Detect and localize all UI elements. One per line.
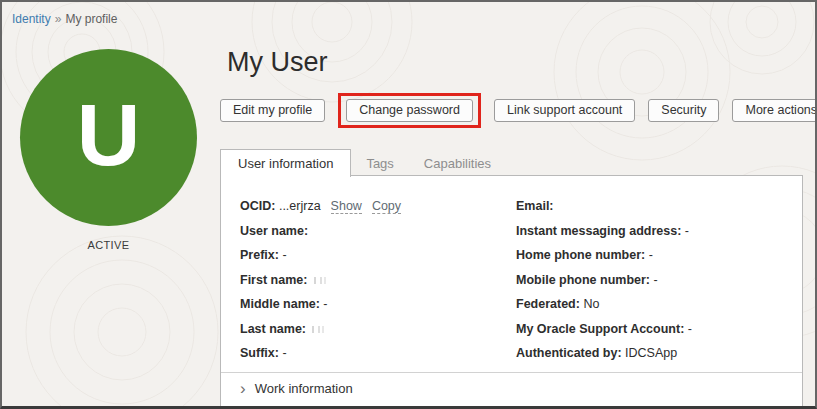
field-label: Home phone number: [516, 248, 645, 262]
avatar-initial: U [77, 91, 141, 185]
tab-capabilities[interactable]: Capabilities [409, 151, 506, 177]
breadcrumb-current-my-profile: My profile [65, 12, 117, 26]
fields-left-column: OCID: ...erjrzaShowCopyUser name: Prefix… [240, 199, 516, 360]
redacted-value [312, 326, 325, 333]
breadcrumb-separator: » [55, 12, 62, 26]
work-information-toggle[interactable]: › Work information [240, 380, 353, 397]
field-label: Mobile phone number: [516, 273, 650, 287]
button-label: More actions [745, 103, 817, 117]
user-information-panel: OCID: ...erjrzaShowCopyUser name: Prefix… [220, 175, 803, 409]
breadcrumb-link-identity[interactable]: Identity [12, 12, 51, 26]
breadcrumb: Identity»My profile [12, 12, 117, 26]
chevron-right-icon: › [240, 380, 246, 397]
field-value: - [282, 346, 286, 360]
field-instant-messaging-address: Instant messaging address: - [516, 224, 692, 238]
field-label: Instant messaging address: [516, 224, 681, 238]
field-user-name: User name: [240, 224, 516, 238]
field-value: - [282, 248, 286, 262]
field-value: IDCSApp [625, 346, 677, 360]
field-label: Email: [516, 199, 554, 213]
field-label: Middle name: [240, 297, 320, 311]
field-label: OCID: [240, 199, 275, 213]
field-value: No [583, 297, 599, 311]
field-label: First name: [240, 273, 307, 287]
button-link-support-account[interactable]: Link support account [494, 99, 635, 122]
section-divider [221, 372, 802, 373]
field-label: Last name: [240, 322, 306, 336]
field-federated: Federated: No [516, 297, 692, 311]
button-more-actions[interactable]: More actions▾ [732, 99, 817, 122]
field-label: Federated: [516, 297, 580, 311]
field-my-oracle-support-account: My Oracle Support Account: - [516, 322, 692, 336]
button-label: Link support account [507, 103, 622, 117]
field-value: - [649, 248, 653, 262]
redacted-value [314, 277, 327, 284]
field-middle-name: Middle name: - [240, 297, 516, 311]
button-change-password[interactable]: Change password [346, 99, 473, 122]
user-avatar: U [20, 49, 197, 226]
change-password-highlight-box: Change password [338, 93, 481, 128]
field-last-name: Last name: [240, 322, 516, 336]
tab-bar: User informationTagsCapabilities [220, 149, 506, 177]
my-profile-page: Identity»My profile U ACTIVE My User Edi… [0, 0, 817, 409]
status-badge: ACTIVE [20, 239, 197, 251]
button-label: Edit my profile [233, 103, 312, 117]
field-label: My Oracle Support Account: [516, 322, 684, 336]
field-authenticated-by: Authenticated by: IDCSApp [516, 346, 692, 360]
user-information-fields: OCID: ...erjrzaShowCopyUser name: Prefix… [240, 199, 692, 360]
field-prefix: Prefix: - [240, 248, 516, 262]
field-value: - [323, 297, 327, 311]
field-home-phone-number: Home phone number: - [516, 248, 692, 262]
show-link[interactable]: Show [331, 199, 362, 214]
page-title: My User [227, 47, 328, 78]
button-label: Change password [359, 103, 460, 117]
field-mobile-phone-number: Mobile phone number: - [516, 273, 692, 287]
fields-right-column: Email: Instant messaging address: -Home … [516, 199, 692, 360]
field-value: - [685, 224, 689, 238]
field-suffix: Suffix: - [240, 346, 516, 360]
field-email: Email: [516, 199, 692, 213]
field-value: - [688, 322, 692, 336]
button-edit-my-profile[interactable]: Edit my profile [220, 99, 325, 122]
work-information-label: Work information [255, 381, 353, 396]
field-label: User name: [240, 224, 308, 238]
field-label: Suffix: [240, 346, 279, 360]
field-value: ...erjrza [279, 199, 321, 213]
button-label: Security [661, 103, 706, 117]
tab-tags[interactable]: Tags [351, 151, 408, 177]
field-first-name: First name: [240, 273, 516, 287]
field-ocid: OCID: ...erjrzaShowCopy [240, 199, 516, 213]
field-label: Authenticated by: [516, 346, 622, 360]
button-security[interactable]: Security [648, 99, 719, 122]
action-buttons: Edit my profileChange passwordLink suppo… [220, 92, 817, 128]
field-value: - [654, 273, 658, 287]
field-label: Prefix: [240, 248, 279, 262]
tab-user-information[interactable]: User information [220, 149, 351, 177]
copy-link[interactable]: Copy [372, 199, 401, 214]
